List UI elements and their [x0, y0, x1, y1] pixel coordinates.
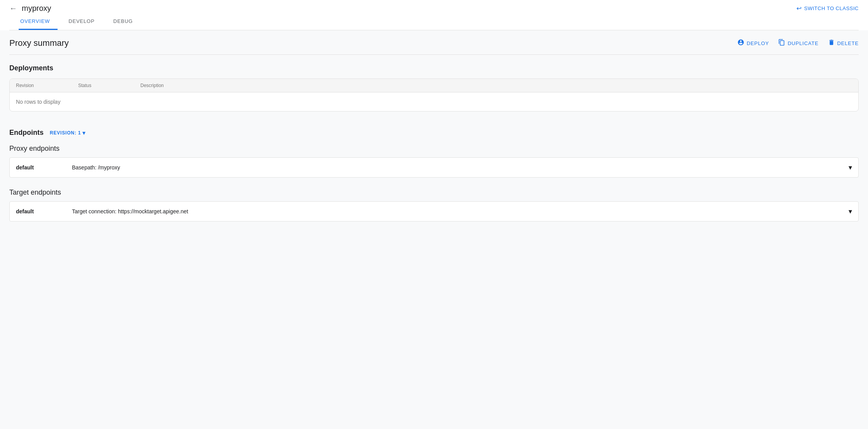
back-arrow-icon[interactable]: ←	[9, 4, 17, 13]
target-endpoint-row-left: default Target connection: https://mockt…	[16, 208, 188, 214]
action-buttons-group: DEPLOY DUPLICATE DELETE	[737, 39, 859, 47]
target-endpoint-name: default	[16, 208, 63, 214]
deployments-section: Deployments Revision Status Description …	[9, 55, 859, 118]
tab-develop[interactable]: DEVELOP	[67, 13, 102, 30]
proxy-endpoint-row-left: default Basepath: /myproxy	[16, 164, 120, 171]
duplicate-icon	[778, 39, 785, 47]
target-endpoint-chevron-icon: ▾	[849, 207, 852, 216]
delete-label: DELETE	[837, 40, 859, 46]
tab-bar: OVERVIEW DEVELOP DEBUG	[9, 13, 859, 30]
proxy-endpoint-detail: Basepath: /myproxy	[72, 164, 120, 171]
tab-overview[interactable]: OVERVIEW	[19, 13, 58, 30]
col-status: Status	[78, 83, 140, 88]
revision-chevron-icon: ▾	[82, 130, 86, 136]
endpoints-title: Endpoints	[9, 129, 44, 137]
table-empty-message: No rows to display	[10, 92, 858, 111]
proxy-summary-header: Proxy summary DEPLOY DUPLICATE DELETE	[9, 30, 859, 54]
target-endpoints-group: Target endpoints default Target connecti…	[9, 188, 859, 221]
tab-debug[interactable]: DEBUG	[112, 13, 140, 30]
revision-dropdown[interactable]: REVISION: 1 ▾	[50, 130, 86, 136]
deploy-icon	[737, 39, 744, 47]
col-description: Description	[140, 83, 852, 88]
proxy-summary-title: Proxy summary	[9, 38, 69, 48]
proxy-endpoint-chevron-icon: ▾	[849, 163, 852, 172]
proxy-endpoint-row-default[interactable]: default Basepath: /myproxy ▾	[9, 157, 859, 178]
endpoints-header: Endpoints REVISION: 1 ▾	[9, 129, 859, 137]
proxy-title: myproxy	[22, 4, 51, 13]
duplicate-button[interactable]: DUPLICATE	[778, 39, 818, 47]
deploy-button[interactable]: DEPLOY	[737, 39, 769, 47]
proxy-endpoints-title: Proxy endpoints	[9, 145, 859, 153]
duplicate-label: DUPLICATE	[788, 40, 818, 46]
deploy-label: DEPLOY	[747, 40, 769, 46]
proxy-endpoints-group: Proxy endpoints default Basepath: /mypro…	[9, 145, 859, 178]
table-header-row: Revision Status Description	[10, 79, 858, 92]
deployments-title: Deployments	[9, 64, 859, 72]
switch-classic-icon: ↩	[796, 5, 802, 12]
proxy-endpoint-name: default	[16, 164, 63, 171]
switch-classic-label: SWITCH TO CLASSIC	[804, 5, 859, 11]
target-endpoint-row-default[interactable]: default Target connection: https://mockt…	[9, 201, 859, 221]
delete-icon	[828, 39, 835, 47]
switch-to-classic-button[interactable]: ↩ SWITCH TO CLASSIC	[796, 5, 859, 12]
endpoints-section: Endpoints REVISION: 1 ▾ Proxy endpoints …	[9, 118, 859, 239]
delete-button[interactable]: DELETE	[828, 39, 859, 47]
target-endpoint-detail: Target connection: https://mocktarget.ap…	[72, 208, 188, 214]
col-revision: Revision	[16, 83, 78, 88]
revision-label: REVISION: 1	[50, 130, 81, 136]
target-endpoints-title: Target endpoints	[9, 188, 859, 197]
deployments-table: Revision Status Description No rows to d…	[9, 78, 859, 112]
